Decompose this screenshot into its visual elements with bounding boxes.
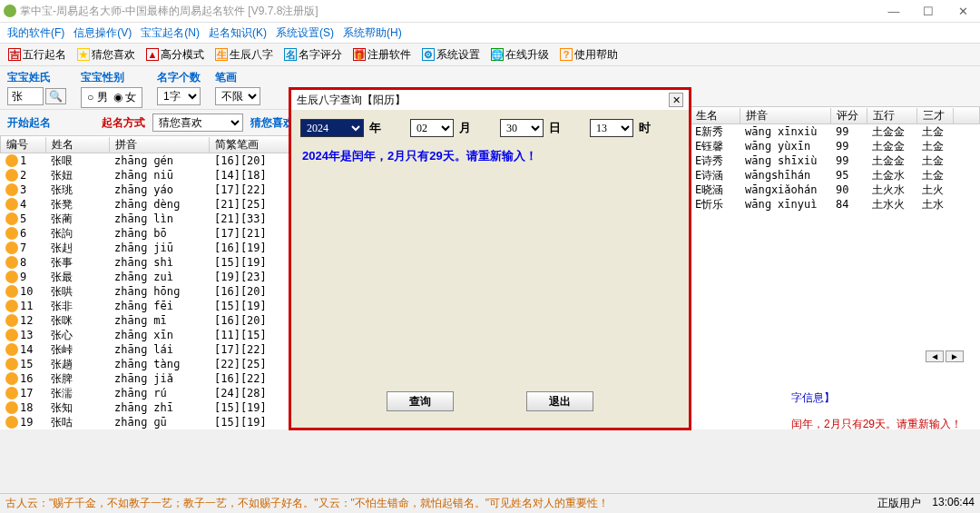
prev-arrow[interactable]: ◄	[926, 350, 944, 362]
method-label: 起名方式	[102, 115, 145, 131]
status-time: 13:06:44	[932, 496, 975, 511]
table-row[interactable]: E钰馨wānɡ yùxīn99土金金土金	[690, 139, 980, 153]
status-quote: 古人云："赐子千金，不如教子一艺；教子一艺，不如赐子好名。"又云："不怕生错命，…	[5, 496, 877, 511]
date-row: 2024 年 02 月 30 日 13 时	[300, 119, 680, 137]
right-table: 生名 拼音 评分 五行 三才 E新秀wānɡ xīnxiù99土金金土金E钰馨w…	[690, 106, 980, 212]
toolbar-button[interactable]: ⚙系统设置	[417, 44, 485, 65]
start-label: 开始起名	[7, 115, 51, 131]
right-info: 字信息】 闰年，2月只有29天。请重新输入！	[791, 390, 962, 432]
menu-item[interactable]: 宝宝起名(N)	[137, 24, 203, 43]
bazi-dialog: 生辰八字查询【阳历】 ✕ 2024 年 02 月 30 日 13 时 2024年…	[289, 87, 691, 430]
toolbar: 吉五行起名★猜您喜欢▲高分模式生生辰八字名名字评分🎁注册软件⚙系统设置🌐在线升级…	[0, 43, 980, 66]
year-select[interactable]: 2024	[300, 119, 364, 137]
gender-female-radio[interactable]: ◉ 女	[113, 90, 136, 105]
dialog-close-button[interactable]: ✕	[669, 93, 683, 107]
query-button[interactable]: 查询	[387, 391, 454, 411]
app-icon	[4, 5, 16, 17]
menu-item[interactable]: 我的软件(F)	[4, 24, 68, 43]
day-select[interactable]: 30	[500, 119, 544, 137]
month-select[interactable]: 02	[410, 119, 454, 137]
table-row[interactable]: E晓涵wānɡxiǎohán90土火水土火	[690, 183, 980, 197]
table-row[interactable]: E诗涵wānɡshīhán95土金水土金	[690, 168, 980, 183]
menu-item[interactable]: 信息操作(V)	[70, 24, 135, 43]
strokes-label: 笔画	[215, 70, 260, 85]
menu-item[interactable]: 系统设置(S)	[272, 24, 338, 43]
table-row[interactable]: E新秀wānɡ xīnxiù99土金金土金	[690, 124, 980, 139]
titlebar: 掌中宝-周易起名大师-中国最棒的周易起名软件 [V9.7.8注册版] — ☐ ✕	[0, 0, 980, 23]
close-button[interactable]: ✕	[949, 2, 976, 20]
hour-select[interactable]: 13	[590, 119, 633, 137]
toolbar-button[interactable]: 名名字评分	[279, 44, 347, 65]
toolbar-button[interactable]: 🌐在线升级	[486, 44, 554, 65]
menubar: 我的软件(F) 信息操作(V) 宝宝起名(N) 起名知识(K) 系统设置(S) …	[0, 23, 980, 43]
window-buttons: — ☐ ✕	[880, 2, 976, 20]
toolbar-button[interactable]: ★猜您喜欢	[73, 44, 140, 65]
gender-label: 宝宝性别	[81, 70, 142, 85]
chars-label: 名字个数	[157, 70, 201, 85]
chars-select[interactable]: 1字	[157, 87, 201, 105]
right-table-header: 生名 拼音 评分 五行 三才	[690, 106, 980, 124]
nav-arrows: ◄ ►	[926, 350, 964, 362]
toolbar-button[interactable]: 生生辰八字	[211, 44, 278, 65]
status-user: 正版用户	[877, 496, 921, 511]
next-arrow[interactable]: ►	[946, 350, 964, 362]
toolbar-button[interactable]: 吉五行起名	[4, 44, 71, 65]
toolbar-button[interactable]: ▲高分模式	[142, 44, 209, 65]
dialog-title: 生辰八字查询【阳历】	[297, 93, 669, 108]
exit-button[interactable]: 退出	[526, 391, 593, 411]
strokes-select[interactable]: 不限	[215, 87, 260, 105]
toolbar-button[interactable]: ?使用帮助	[555, 44, 622, 65]
error-message: 2024年是闰年，2月只有29天。请重新输入！	[300, 146, 680, 166]
surname-input[interactable]	[7, 87, 44, 105]
maximize-button[interactable]: ☐	[915, 2, 942, 20]
gender-male-radio[interactable]: ○ 男	[87, 90, 108, 105]
menu-item[interactable]: 起名知识(K)	[205, 24, 270, 43]
surname-label: 宝宝姓氏	[7, 70, 66, 85]
toolbar-button[interactable]: 🎁注册软件	[348, 44, 416, 65]
table-row[interactable]: E忻乐wānɡ xīnyuì84土水火土水	[690, 197, 980, 212]
method-select[interactable]: 猜您喜欢	[152, 113, 243, 132]
menu-item[interactable]: 系统帮助(H)	[339, 24, 406, 43]
dialog-titlebar: 生辰八字查询【阳历】 ✕	[291, 90, 689, 110]
statusbar: 古人云："赐子千金，不如教子一艺；教子一艺，不如赐子好名。"又云："不怕生错命，…	[0, 493, 980, 513]
minimize-button[interactable]: —	[880, 2, 907, 20]
search-icon[interactable]: 🔍	[45, 88, 66, 104]
table-row[interactable]: E诗秀wānɡ shīxiù99土金金土金	[690, 153, 980, 168]
window-title: 掌中宝-周易起名大师-中国最棒的周易起名软件 [V9.7.8注册版]	[20, 4, 880, 19]
